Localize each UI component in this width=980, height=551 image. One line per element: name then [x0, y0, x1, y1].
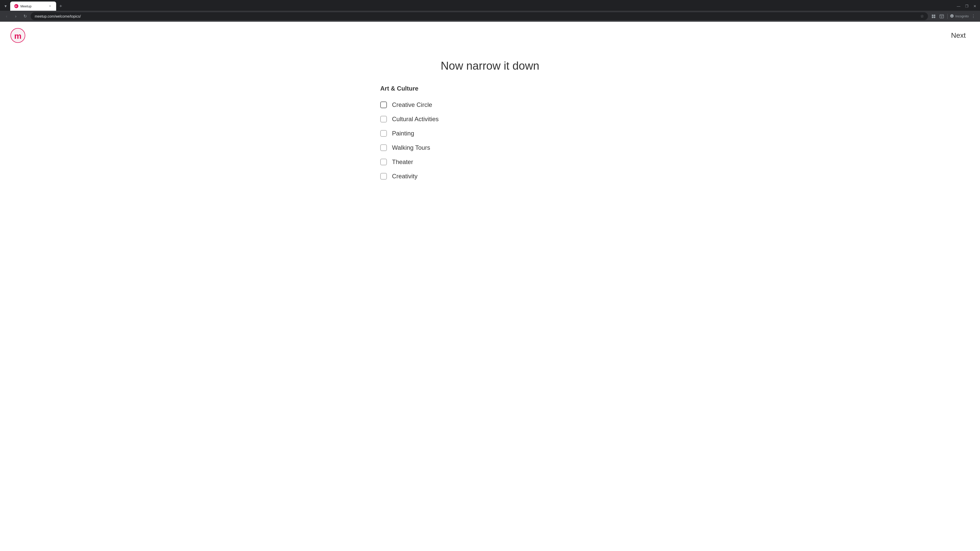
- list-item[interactable]: Cultural Activities: [380, 113, 600, 126]
- page-main: Now narrow it down Art & Culture Creativ…: [375, 49, 605, 193]
- creativity-checkbox[interactable]: [380, 173, 387, 179]
- list-item[interactable]: Theater: [380, 156, 600, 168]
- list-item[interactable]: Creative Circle: [380, 98, 600, 111]
- tab-layout-icon[interactable]: [938, 13, 945, 20]
- svg-text:m: m: [14, 32, 21, 41]
- tab-close-button[interactable]: ×: [48, 4, 52, 8]
- reload-button[interactable]: ↻: [21, 13, 29, 20]
- cultural-activities-label: Cultural Activities: [392, 116, 439, 123]
- svg-rect-2: [934, 14, 935, 16]
- section-title: Art & Culture: [380, 85, 600, 92]
- close-window-button[interactable]: ✕: [972, 3, 978, 9]
- bookmark-star-icon[interactable]: ☆: [920, 14, 924, 19]
- browser-toolbar: ‹ › ↻ meetup.com/welcome/topics/ ☆: [0, 11, 980, 22]
- creative-circle-checkbox[interactable]: [380, 102, 387, 108]
- browser-menu-icon[interactable]: ⋮: [970, 13, 977, 20]
- painting-label: Painting: [392, 130, 414, 137]
- toolbar-divider: [947, 14, 948, 19]
- creativity-label: Creativity: [392, 173, 417, 180]
- page-header: m Next: [0, 22, 980, 49]
- extensions-icon[interactable]: [930, 13, 937, 20]
- meetup-tab[interactable]: m Meetup ×: [10, 2, 56, 11]
- list-item[interactable]: Walking Tours: [380, 141, 600, 154]
- url-display: meetup.com/welcome/topics/: [35, 14, 918, 18]
- list-item[interactable]: Painting: [380, 127, 600, 140]
- tab-bar: ▼ m Meetup × +: [2, 2, 64, 11]
- tab-dropdown-arrow[interactable]: ▼: [2, 3, 9, 10]
- list-item[interactable]: Creativity: [380, 170, 600, 183]
- art-culture-section: Art & Culture Creative Circle Cultural A…: [380, 85, 600, 183]
- tab-favicon: m: [14, 4, 18, 8]
- incognito-badge: Incognito: [950, 14, 969, 19]
- svg-rect-4: [934, 16, 935, 18]
- back-button[interactable]: ‹: [3, 13, 10, 20]
- cultural-activities-checkbox[interactable]: [380, 116, 387, 122]
- theater-label: Theater: [392, 159, 413, 165]
- address-bar[interactable]: meetup.com/welcome/topics/ ☆: [30, 12, 928, 20]
- toolbar-actions: Incognito ⋮: [930, 13, 977, 20]
- new-tab-button[interactable]: +: [57, 3, 64, 10]
- topic-list: Creative Circle Cultural Activities Pain…: [380, 98, 600, 183]
- creative-circle-label: Creative Circle: [392, 101, 432, 108]
- browser-titlebar: ▼ m Meetup × + — ❐ ✕: [0, 0, 980, 11]
- svg-rect-1: [932, 14, 933, 16]
- minimize-button[interactable]: —: [956, 3, 962, 9]
- theater-checkbox[interactable]: [380, 159, 387, 165]
- forward-button[interactable]: ›: [12, 13, 19, 20]
- painting-checkbox[interactable]: [380, 130, 387, 137]
- tab-title: Meetup: [21, 4, 46, 8]
- svg-rect-3: [932, 16, 933, 18]
- browser-chrome: ▼ m Meetup × + — ❐ ✕ ‹ › ↻: [0, 0, 980, 22]
- page-heading: Now narrow it down: [380, 59, 600, 72]
- incognito-label: Incognito: [955, 14, 969, 18]
- next-button[interactable]: Next: [947, 29, 970, 41]
- window-controls: — ❐ ✕: [956, 3, 978, 9]
- walking-tours-label: Walking Tours: [392, 144, 430, 151]
- walking-tours-checkbox[interactable]: [380, 144, 387, 151]
- page-content: m Next Now narrow it down Art & Culture …: [0, 22, 980, 551]
- svg-text:m: m: [15, 5, 17, 7]
- meetup-logo: m: [10, 28, 25, 43]
- maximize-button[interactable]: ❐: [964, 3, 970, 9]
